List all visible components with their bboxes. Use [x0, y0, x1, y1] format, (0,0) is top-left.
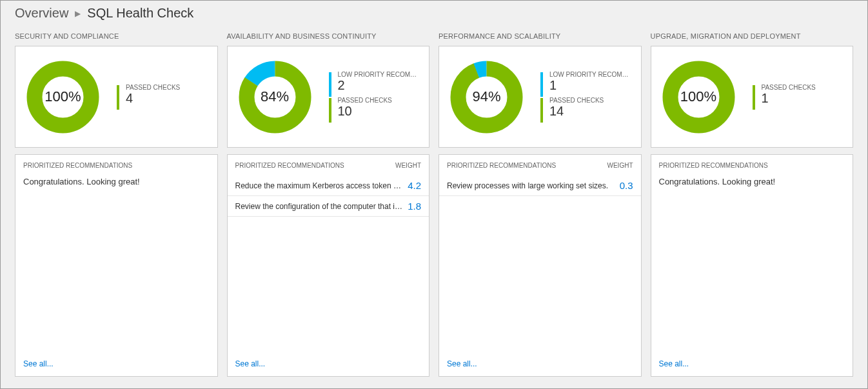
metric-passed-checks: PASSED CHECKS1 [753, 84, 843, 110]
donut-chart: 94% [449, 60, 524, 134]
column-3: UPGRADE, MIGRATION AND DEPLOYMENT 100%PA… [651, 27, 854, 377]
recommendation-row[interactable]: Review processes with large working set … [439, 175, 641, 196]
recommendation-text: Review processes with large working set … [447, 181, 615, 190]
metric-bar-icon [329, 98, 331, 123]
metric-value: 10 [338, 104, 392, 118]
summary-tile[interactable]: 84%LOW PRIORITY RECOMMENDATIO...2PASSED … [227, 46, 430, 148]
metric-label: PASSED CHECKS [549, 97, 604, 104]
column-1: AVAILABILITY AND BUSINESS CONTINUITY 84%… [227, 27, 430, 377]
chevron-right-icon: ▶ [75, 9, 81, 18]
recommendations-tile: PRIORITIZED RECOMMENDATIONSCongratulatio… [651, 154, 854, 377]
recommendations-list: Congratulations. Looking great! [651, 175, 853, 353]
metric-bar-icon [753, 85, 755, 110]
recommendations-tile: PRIORITIZED RECOMMENDATIONSCongratulatio… [15, 154, 218, 377]
metric-low-priority: LOW PRIORITY RECOMMENDATIO...2 [329, 71, 419, 97]
metrics: PASSED CHECKS4 [117, 84, 207, 110]
donut-chart: 100% [662, 60, 736, 134]
column-title: AVAILABILITY AND BUSINESS CONTINUITY [227, 27, 430, 46]
see-all-link[interactable]: See all... [15, 353, 217, 376]
recommendation-weight: 1.8 [408, 201, 421, 212]
column-2: PERFORMANCE AND SCALABILITY 94%LOW PRIOR… [439, 27, 642, 377]
recommendations-header: PRIORITIZED RECOMMENDATIONSWEIGHT [228, 155, 429, 175]
metric-bar-icon [329, 72, 331, 97]
rec-header-label: PRIORITIZED RECOMMENDATIONS [23, 162, 132, 169]
recommendation-text: Review the configuration of the computer… [235, 202, 403, 211]
metric-passed-checks: PASSED CHECKS14 [540, 97, 631, 123]
recommendation-weight: 4.2 [408, 180, 421, 191]
rec-header-weight: WEIGHT [607, 162, 633, 169]
rec-header-weight: WEIGHT [395, 162, 421, 169]
metric-bar-icon [117, 85, 119, 110]
metric-value: 4 [126, 91, 180, 105]
breadcrumb: Overview ▶ SQL Health Check [1, 1, 867, 27]
rec-header-label: PRIORITIZED RECOMMENDATIONS [659, 162, 768, 169]
recommendations-list: Review processes with large working set … [439, 175, 641, 353]
recommendations-tile: PRIORITIZED RECOMMENDATIONSWEIGHTReview … [439, 154, 642, 377]
summary-tile[interactable]: 94%LOW PRIORITY RECOMMENDATIO...1PASSED … [439, 46, 642, 148]
column-title: PERFORMANCE AND SCALABILITY [439, 27, 642, 46]
recommendations-header: PRIORITIZED RECOMMENDATIONSWEIGHT [439, 155, 641, 175]
cards-row: SECURITY AND COMPLIANCE 100%PASSED CHECK… [1, 27, 867, 388]
see-all-link[interactable]: See all... [228, 353, 429, 376]
recommendations-tile: PRIORITIZED RECOMMENDATIONSWEIGHTReduce … [227, 154, 430, 377]
metric-label: PASSED CHECKS [762, 84, 816, 91]
see-all-link[interactable]: See all... [651, 353, 853, 376]
metric-label: PASSED CHECKS [126, 84, 180, 91]
recommendation-text: Reduce the maximum Kerberos access token… [235, 181, 403, 190]
rec-header-label: PRIORITIZED RECOMMENDATIONS [235, 162, 344, 169]
recommendation-row[interactable]: Reduce the maximum Kerberos access token… [228, 175, 429, 196]
donut-percent-label: 84% [238, 60, 312, 134]
recommendations-list: Congratulations. Looking great! [15, 175, 217, 353]
recommendations-header: PRIORITIZED RECOMMENDATIONS [15, 155, 217, 175]
donut-percent-label: 94% [449, 60, 524, 134]
recommendations-list: Reduce the maximum Kerberos access token… [228, 175, 429, 353]
metric-low-priority: LOW PRIORITY RECOMMENDATIO...1 [540, 71, 631, 97]
metric-bar-icon [540, 72, 543, 97]
recommendation-row[interactable]: Review the configuration of the computer… [228, 196, 429, 217]
recommendations-header: PRIORITIZED RECOMMENDATIONS [651, 155, 853, 175]
summary-tile[interactable]: 100%PASSED CHECKS1 [651, 46, 854, 148]
summary-tile[interactable]: 100%PASSED CHECKS4 [15, 46, 218, 148]
congrats-message: Congratulations. Looking great! [651, 175, 853, 188]
page-root: Overview ▶ SQL Health Check SECURITY AND… [0, 0, 868, 389]
breadcrumb-current: SQL Health Check [87, 6, 193, 21]
metric-passed-checks: PASSED CHECKS4 [117, 84, 207, 110]
recommendation-weight: 0.3 [620, 180, 633, 191]
metric-label: LOW PRIORITY RECOMMENDATIO... [549, 71, 631, 78]
congrats-message: Congratulations. Looking great! [15, 175, 217, 188]
metrics: PASSED CHECKS1 [753, 84, 843, 110]
donut-chart: 84% [238, 60, 312, 134]
breadcrumb-root[interactable]: Overview [15, 6, 68, 21]
donut-chart: 100% [26, 60, 100, 134]
donut-percent-label: 100% [662, 60, 736, 134]
metric-label: PASSED CHECKS [338, 97, 392, 104]
metrics: LOW PRIORITY RECOMMENDATIO...2PASSED CHE… [329, 71, 419, 123]
metrics: LOW PRIORITY RECOMMENDATIO...1PASSED CHE… [540, 71, 631, 123]
metric-label: LOW PRIORITY RECOMMENDATIO... [338, 71, 419, 78]
rec-header-label: PRIORITIZED RECOMMENDATIONS [447, 162, 556, 169]
column-title: UPGRADE, MIGRATION AND DEPLOYMENT [651, 27, 854, 46]
see-all-link[interactable]: See all... [439, 353, 641, 376]
column-0: SECURITY AND COMPLIANCE 100%PASSED CHECK… [15, 27, 218, 377]
donut-percent-label: 100% [26, 60, 100, 134]
metric-value: 1 [762, 91, 816, 105]
metric-passed-checks: PASSED CHECKS10 [329, 97, 419, 123]
metric-value: 14 [549, 104, 604, 118]
metric-value: 2 [338, 78, 419, 92]
metric-value: 1 [549, 78, 631, 92]
column-title: SECURITY AND COMPLIANCE [15, 27, 218, 46]
metric-bar-icon [540, 98, 543, 123]
